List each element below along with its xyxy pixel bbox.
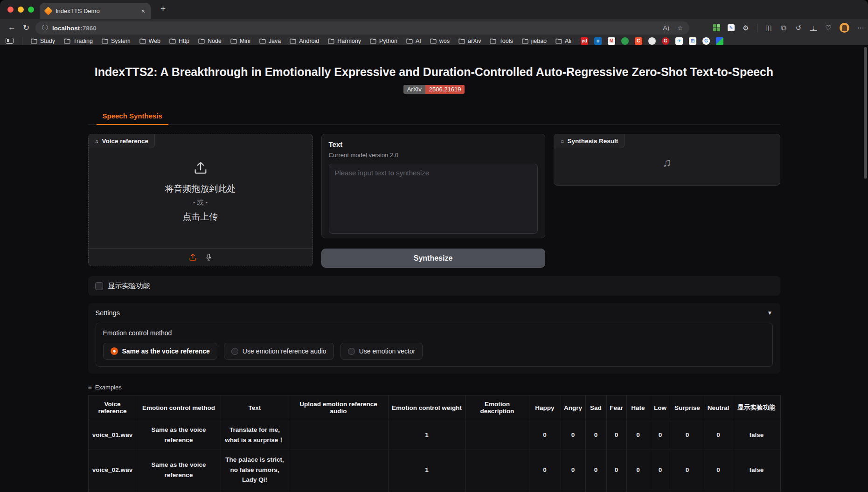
column-header: Emotion control method: [137, 395, 221, 420]
bookmark-label: Android: [299, 38, 319, 44]
url-port: :7860: [80, 25, 97, 32]
bookmark-folder-list: Study Trading System Web: [31, 38, 571, 44]
minimize-window-button[interactable]: [18, 7, 24, 13]
bookmark-folder[interactable]: Http: [169, 38, 189, 44]
split-screen-icon[interactable]: ◫: [765, 24, 772, 32]
refresh-icon[interactable]: ↻: [23, 23, 29, 33]
bookmark-label: Ali: [565, 38, 571, 44]
emotion-control-group: Emotion control method Same as the voice…: [96, 323, 773, 367]
bookmark-label: Python: [379, 38, 397, 44]
extension-grid-icon[interactable]: [713, 24, 720, 31]
text-to-synthesize-input[interactable]: [329, 164, 538, 234]
profile-avatar[interactable]: [840, 23, 849, 33]
bookmark-folder[interactable]: Web: [139, 38, 160, 44]
settings-accordion: Settings ▼ Emotion control method Same a…: [88, 303, 780, 374]
example-row[interactable]: voice_03.wav Same as the voice reference…: [88, 490, 780, 492]
more-menu-icon[interactable]: ⋯: [857, 24, 864, 32]
bookmark-folder[interactable]: jiebao: [522, 38, 547, 44]
synthesize-button[interactable]: Synthesize: [321, 249, 545, 268]
bookmark-site-icon[interactable]: [716, 37, 723, 45]
favorite-star-icon[interactable]: ☆: [677, 24, 683, 32]
browser-essentials-icon[interactable]: ♡: [825, 24, 832, 32]
folder-icon: [328, 38, 334, 44]
experimental-checkbox[interactable]: [95, 282, 103, 290]
caret-down-icon[interactable]: ▼: [767, 310, 773, 316]
examples-header: ≡ Examples: [88, 383, 780, 391]
browser-window: IndexTTS Demo × + ← ↻ ⓘ localhost :7860 …: [0, 0, 868, 492]
click-upload-text[interactable]: 点击上传: [183, 211, 218, 223]
back-icon[interactable]: ←: [8, 23, 16, 32]
bookmark-label: Web: [149, 38, 160, 44]
arxiv-badge[interactable]: ArXiv 2506.21619: [403, 85, 465, 94]
bookmark-folder[interactable]: Java: [259, 38, 281, 44]
experimental-features-row: 显示实验功能: [88, 276, 780, 296]
upload-source-icon[interactable]: [188, 253, 197, 262]
bookmark-site-icon[interactable]: [648, 37, 656, 45]
sidebar-toggle-icon[interactable]: [6, 38, 14, 44]
bookmark-site-icon[interactable]: M: [608, 37, 615, 45]
address-bar[interactable]: ⓘ localhost :7860 A) ☆: [35, 21, 689, 35]
collections-icon[interactable]: ⧉: [780, 24, 787, 32]
tab-speech-synthesis[interactable]: Speech Synthesis: [97, 108, 168, 125]
column-header: Emotion control weight: [388, 395, 465, 420]
bookmark-folder[interactable]: Python: [370, 38, 397, 44]
bookmark-folder[interactable]: Tools: [490, 38, 513, 44]
read-aloud-icon[interactable]: A): [663, 24, 669, 32]
bookmark-folder[interactable]: Study: [31, 38, 55, 44]
folder-icon: [198, 38, 205, 44]
microphone-icon[interactable]: [205, 253, 213, 261]
voice-reference-dropzone[interactable]: ♫ Voice reference 将音频拖放到此处 - 或 - 点击上传: [88, 134, 313, 266]
example-row[interactable]: voice_01.wav Same as the voice reference…: [88, 420, 780, 450]
folder-icon: [458, 38, 465, 44]
folder-icon: [406, 38, 413, 44]
radio-same-as-voice-reference[interactable]: Same as the voice reference: [103, 343, 217, 360]
bookmark-label: Harmony: [337, 38, 361, 44]
downloads-icon[interactable]: ↓: [810, 25, 817, 31]
column-header: 显示实验功能: [733, 395, 780, 420]
experimental-label: 显示实验功能: [108, 282, 150, 291]
audio-source-toolbar: [89, 248, 312, 266]
bookmark-folder[interactable]: AI: [406, 38, 421, 44]
bookmark-site-icon[interactable]: G: [662, 37, 669, 45]
browser-tab[interactable]: IndexTTS Demo ×: [40, 3, 151, 19]
column-header: Sad: [585, 395, 606, 420]
column-header: Low: [650, 395, 671, 420]
bookmark-folder[interactable]: Node: [198, 38, 222, 44]
bookmark-site-icon[interactable]: C: [635, 37, 642, 45]
radio-use-emotion-reference-audio[interactable]: Use emotion reference audio: [224, 343, 334, 360]
bookmark-folder[interactable]: Mini: [230, 38, 250, 44]
site-info-icon[interactable]: ⓘ: [42, 24, 48, 32]
column-header: Fear: [606, 395, 626, 420]
bookmark-site-icon[interactable]: ⊞: [689, 37, 696, 45]
folder-icon: [139, 38, 146, 44]
close-window-button[interactable]: [7, 7, 14, 13]
tab-strip: IndexTTS Demo × +: [0, 0, 868, 19]
bookmark-folder[interactable]: wos: [430, 38, 450, 44]
bookmark-site-icon[interactable]: [621, 37, 629, 45]
tab-close-icon[interactable]: ×: [141, 7, 145, 15]
bookmark-folder[interactable]: System: [102, 38, 131, 44]
zoom-window-button[interactable]: [28, 7, 34, 13]
radio-use-emotion-vector[interactable]: Use emotion vector: [340, 343, 423, 360]
text-label: Text: [329, 140, 538, 148]
scrollbar-thumb[interactable]: [864, 47, 867, 179]
column-header: Upload emotion reference audio: [289, 395, 388, 420]
bookmark-folder[interactable]: Android: [290, 38, 319, 44]
bookmark-site-icon[interactable]: ✈: [675, 37, 683, 45]
bookmark-site-icon[interactable]: G: [702, 37, 710, 45]
history-icon[interactable]: ↺: [795, 24, 802, 32]
extension-pen-icon[interactable]: ✎: [728, 24, 735, 31]
bookmark-site-icon[interactable]: o: [594, 37, 602, 45]
example-row[interactable]: voice_02.wav Same as the voice reference…: [88, 450, 780, 490]
bookmark-folder[interactable]: Harmony: [328, 38, 361, 44]
folder-icon: [430, 38, 437, 44]
bookmark-folder[interactable]: Ali: [556, 38, 571, 44]
bookmark-folder[interactable]: arXiv: [458, 38, 481, 44]
settings-header[interactable]: Settings ▼: [96, 309, 773, 317]
bookmark-folder[interactable]: Trading: [64, 38, 93, 44]
new-tab-button[interactable]: +: [160, 4, 166, 14]
bookmark-site-icon[interactable]: yd: [581, 37, 588, 45]
extensions-icon[interactable]: ⚙: [742, 24, 750, 32]
folder-icon: [370, 38, 376, 44]
bookmark-label: AI: [416, 38, 421, 44]
